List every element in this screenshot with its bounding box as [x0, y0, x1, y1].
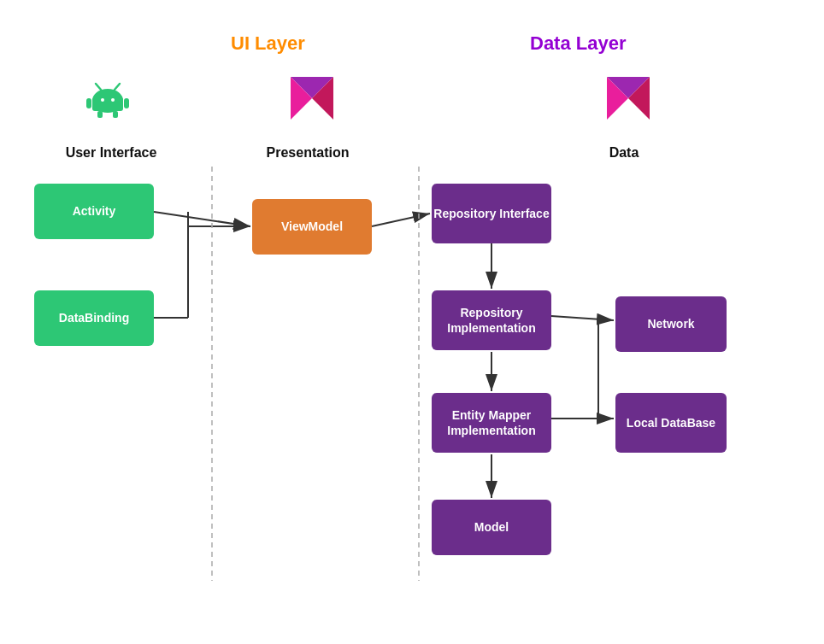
svg-line-17 — [154, 212, 250, 226]
svg-line-4 — [96, 84, 101, 90]
svg-line-25 — [551, 316, 614, 320]
databinding-box: DataBinding — [34, 290, 154, 346]
model-box: Model — [432, 500, 551, 555]
svg-rect-6 — [97, 111, 103, 118]
network-box: Network — [615, 296, 727, 352]
svg-rect-9 — [124, 98, 129, 108]
svg-point-2 — [101, 98, 104, 102]
repo-impl-box: Repository Implementation — [432, 290, 551, 350]
kotlin-data-icon — [607, 77, 650, 120]
svg-rect-7 — [113, 111, 118, 118]
data-layer-title: Data Layer — [530, 32, 627, 55]
col-data-label: Data — [590, 145, 658, 161]
svg-rect-8 — [86, 98, 91, 108]
svg-point-3 — [111, 98, 115, 102]
diagram-container: UI Layer Data Layer User Interface Prese… — [0, 0, 824, 644]
ui-layer-title: UI Layer — [231, 32, 305, 55]
col-ui-label: User Interface — [60, 145, 162, 161]
viewmodel-box: ViewModel — [252, 199, 372, 255]
svg-line-5 — [115, 84, 120, 90]
activity-box: Activity — [34, 184, 154, 239]
svg-line-21 — [372, 214, 430, 226]
repo-interface-box: Repository Interface — [432, 184, 551, 243]
col-pres-label: Presentation — [256, 145, 359, 161]
android-icon — [85, 75, 130, 120]
entity-mapper-box: Entity Mapper Implementation — [432, 393, 551, 453]
svg-rect-1 — [92, 97, 123, 111]
kotlin-presentation-icon — [291, 77, 333, 120]
local-db-box: Local DataBase — [615, 393, 727, 453]
